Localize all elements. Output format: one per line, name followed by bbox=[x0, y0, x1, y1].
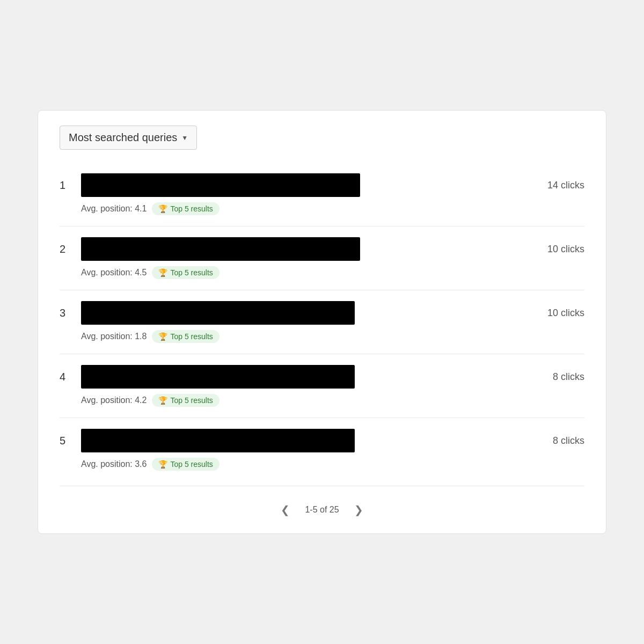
query-bar bbox=[81, 301, 355, 325]
query-clicks: 10 clicks bbox=[536, 308, 584, 319]
query-row: 2 10 clicks bbox=[60, 237, 584, 261]
card-header: Most searched queries ▼ bbox=[60, 126, 584, 150]
trophy-icon: 🏆 bbox=[158, 396, 167, 405]
pagination-label: 1-5 of 25 bbox=[305, 505, 339, 515]
badge-label: Top 5 results bbox=[170, 204, 213, 213]
avg-position-text: Avg. position: 3.6 bbox=[81, 459, 147, 469]
trophy-icon: 🏆 bbox=[158, 204, 167, 213]
query-type-dropdown[interactable]: Most searched queries ▼ bbox=[60, 126, 197, 150]
query-bar bbox=[81, 429, 355, 452]
trophy-icon: 🏆 bbox=[158, 332, 167, 341]
list-item: 1 14 clicks Avg. position: 4.1 🏆 Top 5 r… bbox=[60, 163, 584, 226]
list-item: 5 8 clicks Avg. position: 3.6 🏆 Top 5 re… bbox=[60, 418, 584, 481]
next-page-button[interactable]: ❯ bbox=[350, 501, 368, 518]
top5-badge: 🏆 Top 5 results bbox=[152, 330, 219, 343]
query-clicks: 10 clicks bbox=[536, 244, 584, 255]
avg-position-text: Avg. position: 4.2 bbox=[81, 396, 147, 405]
query-meta: Avg. position: 4.1 🏆 Top 5 results bbox=[81, 202, 584, 215]
query-meta: Avg. position: 3.6 🏆 Top 5 results bbox=[81, 458, 584, 471]
query-left: 4 bbox=[60, 365, 536, 389]
query-rank: 1 bbox=[60, 179, 72, 192]
query-clicks: 8 clicks bbox=[536, 371, 584, 383]
query-rank: 4 bbox=[60, 371, 72, 383]
query-left: 1 bbox=[60, 173, 536, 197]
chevron-right-icon: ❯ bbox=[354, 503, 363, 516]
query-rank: 5 bbox=[60, 435, 72, 447]
avg-position-text: Avg. position: 4.1 bbox=[81, 204, 147, 214]
query-left: 2 bbox=[60, 237, 536, 261]
query-rank: 3 bbox=[60, 307, 72, 319]
top5-badge: 🏆 Top 5 results bbox=[152, 202, 219, 215]
query-left: 3 bbox=[60, 301, 536, 325]
query-bar bbox=[81, 365, 355, 389]
query-clicks: 8 clicks bbox=[536, 435, 584, 447]
query-row: 3 10 clicks bbox=[60, 301, 584, 325]
badge-label: Top 5 results bbox=[170, 332, 213, 341]
avg-position-text: Avg. position: 1.8 bbox=[81, 332, 147, 341]
list-item: 2 10 clicks Avg. position: 4.5 🏆 Top 5 r… bbox=[60, 226, 584, 290]
badge-label: Top 5 results bbox=[170, 396, 213, 405]
query-bar bbox=[81, 237, 360, 261]
query-clicks: 14 clicks bbox=[536, 180, 584, 191]
top5-badge: 🏆 Top 5 results bbox=[152, 458, 219, 471]
query-meta: Avg. position: 4.5 🏆 Top 5 results bbox=[81, 266, 584, 279]
chevron-down-icon: ▼ bbox=[181, 134, 188, 142]
chevron-left-icon: ❮ bbox=[281, 503, 290, 516]
list-item: 4 8 clicks Avg. position: 4.2 🏆 Top 5 re… bbox=[60, 354, 584, 418]
pagination-bar: ❮ 1-5 of 25 ❯ bbox=[60, 486, 584, 533]
query-meta: Avg. position: 4.2 🏆 Top 5 results bbox=[81, 394, 584, 407]
query-meta: Avg. position: 1.8 🏆 Top 5 results bbox=[81, 330, 584, 343]
query-left: 5 bbox=[60, 429, 536, 452]
trophy-icon: 🏆 bbox=[158, 268, 167, 277]
dropdown-label: Most searched queries bbox=[69, 131, 177, 144]
trophy-icon: 🏆 bbox=[158, 460, 167, 469]
top5-badge: 🏆 Top 5 results bbox=[152, 394, 219, 407]
top5-badge: 🏆 Top 5 results bbox=[152, 266, 219, 279]
avg-position-text: Avg. position: 4.5 bbox=[81, 268, 147, 277]
query-rank: 2 bbox=[60, 243, 72, 255]
list-item: 3 10 clicks Avg. position: 1.8 🏆 Top 5 r… bbox=[60, 290, 584, 354]
badge-label: Top 5 results bbox=[170, 460, 213, 469]
query-row: 5 8 clicks bbox=[60, 429, 584, 452]
badge-label: Top 5 results bbox=[170, 268, 213, 277]
main-card: Most searched queries ▼ 1 14 clicks Avg.… bbox=[38, 110, 606, 534]
query-list: 1 14 clicks Avg. position: 4.1 🏆 Top 5 r… bbox=[60, 163, 584, 481]
query-row: 1 14 clicks bbox=[60, 173, 584, 197]
query-bar bbox=[81, 173, 360, 197]
prev-page-button[interactable]: ❮ bbox=[276, 501, 294, 518]
query-row: 4 8 clicks bbox=[60, 365, 584, 389]
